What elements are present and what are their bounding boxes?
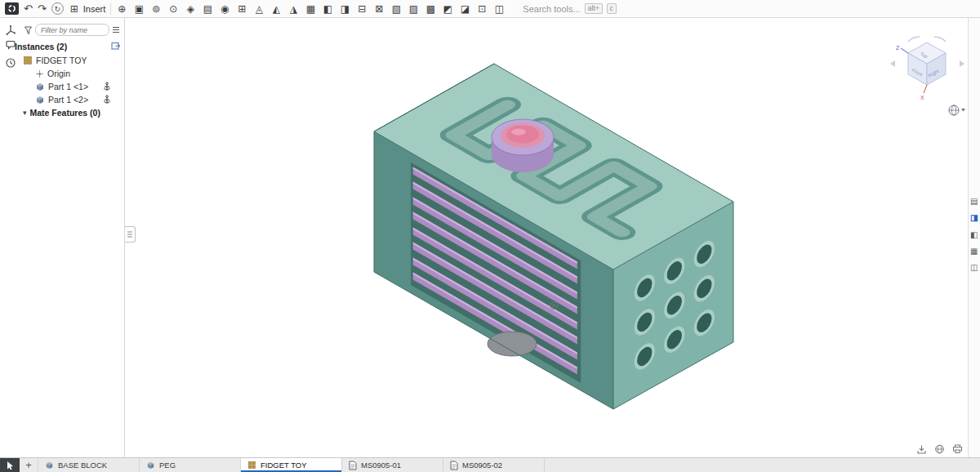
tab-label: MS0905-01 [361,461,401,470]
mate-features-header-row[interactable]: ▾ Mate Features (0) [0,106,124,119]
onshape-logo-glyph [7,4,16,13]
undo-button[interactable]: ↶ [24,3,33,14]
part-instance-label: Part 1 <2> [48,95,88,105]
properties-panel-icon[interactable]: ◫ [970,264,978,272]
tab-ms0905-01[interactable]: MS0905-01 [342,458,443,472]
insert-icon: ⊞ [69,4,80,14]
snap-mode-icon[interactable]: ⊙ [167,4,179,14]
rollback-button[interactable]: ↻ [51,2,64,15]
insert-button[interactable]: ⊞ Insert [69,4,106,14]
sheet-metal-icon[interactable]: ▩ [425,4,436,14]
instances-header: Instances (2) [15,42,67,51]
filter-by-name-input[interactable] [35,24,109,36]
appearance-panel-icon[interactable]: ◧ [970,231,978,239]
custom-tables-icon[interactable]: ◫ [493,4,505,14]
document-tab-bar: + BASE BLOCK PEG FIDGE [0,457,980,472]
configurations-icon[interactable]: ⊡ [476,4,488,14]
instance-tree: FIDGET TOY Origin Part 1 <1> [0,54,124,119]
tab-label: PEG [159,461,176,470]
mass-properties-icon[interactable]: ⊠ [373,4,385,14]
filter-funnel-icon [24,25,33,35]
insert-label: Insert [83,4,106,14]
drawing-tab-icon [450,461,458,470]
fixed-anchor-icon[interactable] [103,95,111,105]
instances-panel-icon[interactable] [5,24,16,36]
panel-options-icon[interactable] [111,42,121,51]
tab-base-block[interactable]: BASE BLOCK [38,458,140,472]
instances-panel: Instances (2) FIDGET TOY O [0,18,125,457]
bom-panel-icon[interactable]: ▤ [970,198,978,206]
mate-icon[interactable]: ⊕ [116,4,127,14]
toolbar-separator [110,3,111,15]
replicate-icon[interactable]: ⊞ [236,4,247,14]
x-axis-line [924,85,927,93]
chevron-down-icon [961,109,965,112]
onshape-app: ↶ ↷ ↻ ⊞ Insert ⊕ ▣ ⊚ ⊙ ◈ ▤ ◉ ⊞ ◬ ◭ ◮ ▦ ◧… [0,0,980,472]
mate-relation-icon[interactable]: ⊚ [150,4,162,14]
named-positions-icon[interactable]: ◭ [270,4,282,14]
part-instance-label: Part 1 <1> [48,82,88,91]
frame-icon[interactable]: ▨ [408,4,419,14]
rotate-right-arrow-icon[interactable] [960,60,964,67]
configuration-panel-icon[interactable]: ◨ [970,214,978,222]
bom-table-icon[interactable]: ▦ [305,4,316,14]
tab-peg[interactable]: PEG [140,458,241,472]
panel-resize-handle[interactable] [124,226,136,243]
display-states-icon[interactable]: ◮ [287,4,299,14]
perspective-view-button[interactable] [949,105,965,115]
measure-icon[interactable]: ⊟ [356,4,368,14]
insert-part-icon[interactable]: ◈ [185,4,196,14]
tab-fidget-toy[interactable]: FIDGET TOY [241,458,342,472]
part-icon [35,82,45,91]
spotlight-icon[interactable]: ◪ [459,4,470,14]
view-cube[interactable]: Top Front Right Z X [889,31,966,121]
assembly-3d-viewport[interactable]: Top Front Right Z X [125,18,968,457]
tab-label: FIDGET TOY [261,461,307,470]
tab-manager-button[interactable] [0,458,20,472]
z-axis-label: Z [896,45,900,51]
print-icon[interactable] [952,444,963,454]
peg-knob[interactable] [492,119,554,172]
interference-check-icon[interactable]: ▧ [390,4,402,14]
chevron-down-icon[interactable]: ▾ [23,109,27,117]
redo-button[interactable]: ↷ [38,3,47,14]
add-tab-button[interactable]: + [20,458,38,472]
rotate-ccw-arrow-icon[interactable] [908,37,920,42]
part-tab-icon [146,461,155,470]
explode-view-icon[interactable]: ◬ [253,4,265,14]
tree-item-assembly[interactable]: FIDGET TOY [0,54,124,67]
section-view-icon[interactable]: ◨ [339,4,350,14]
tab-label: BASE BLOCK [58,461,107,470]
grip-lines-icon [127,230,133,238]
appearance-icon[interactable]: ◧ [322,4,333,14]
gray-peg[interactable] [488,332,537,356]
search-shortcut-alt-key: alt+ [585,3,603,14]
part-tab-icon [45,461,54,470]
search-tools-button[interactable]: Search tools... alt+ c [523,3,617,14]
origin-label: Origin [47,69,70,78]
part-icon [35,95,45,105]
tab-label: MS0905-02 [462,461,502,470]
circular-pattern-icon[interactable]: ◉ [219,4,230,14]
tree-item-origin[interactable]: Origin [0,67,124,80]
fixed-anchor-icon[interactable] [103,82,111,91]
hole-icon[interactable]: ◩ [442,4,453,14]
custom-tables-panel-icon[interactable]: ▦ [970,247,978,256]
filter-options-icon[interactable] [112,26,120,33]
download-icon[interactable] [916,444,927,454]
search-shortcut-c-key: c [607,3,617,14]
globe-icon[interactable] [934,444,945,454]
z-axis-line [901,48,908,53]
group-icon[interactable]: ▣ [133,4,145,14]
assembly-icon [23,56,33,65]
tab-ms0905-02[interactable]: MS0905-02 [443,458,545,472]
onshape-logo-icon[interactable] [5,2,19,15]
search-tools-label: Search tools... [523,4,580,14]
rotate-cw-arrow-icon[interactable] [934,37,946,42]
origin-icon [35,69,44,78]
rotate-left-arrow-icon[interactable] [890,60,895,67]
fidget-toy-model[interactable] [125,18,968,457]
linear-pattern-icon[interactable]: ▤ [202,4,213,14]
tree-item-part-2[interactable]: Part 1 <2> [0,93,124,106]
tree-item-part-1[interactable]: Part 1 <1> [0,80,124,93]
